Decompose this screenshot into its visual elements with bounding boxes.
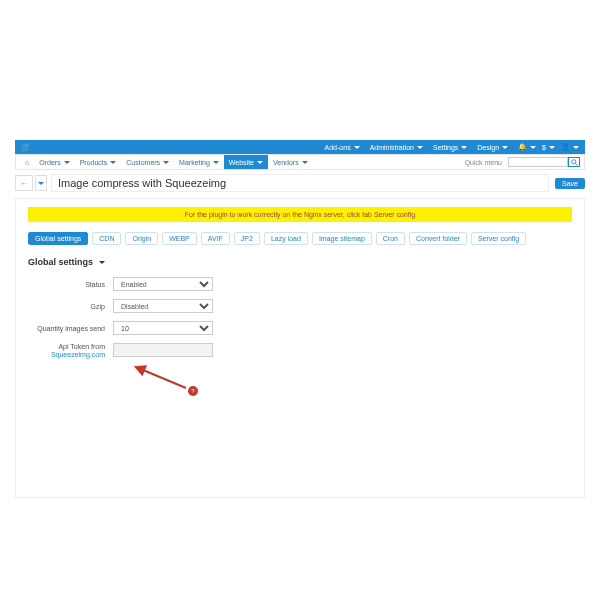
cart-icon[interactable]: 🛒 (21, 143, 31, 152)
tab-cron[interactable]: Cron (376, 232, 405, 245)
home-icon[interactable]: ⌂ (20, 159, 34, 166)
tab-server-config[interactable]: Server config (471, 232, 526, 245)
topnav-design[interactable]: Design (477, 144, 508, 151)
page-header: ← Image compress with Squeezeimg Save (15, 174, 585, 192)
back-dropdown[interactable] (35, 175, 47, 191)
chevron-down-icon (38, 182, 44, 185)
select-qty[interactable]: 10 (113, 321, 213, 335)
content-panel: For the plugin to work correctly on the … (15, 198, 585, 498)
page-title: Image compress with Squeezeimg (51, 174, 549, 192)
chevron-down-icon (354, 146, 360, 149)
chevron-down-icon (530, 146, 536, 149)
store-icon[interactable]: $ (542, 144, 555, 151)
nginx-alert: For the plugin to work correctly on the … (28, 207, 572, 222)
quick-menu-label[interactable]: Quick menu (465, 159, 502, 166)
tab-origin[interactable]: Origin (125, 232, 158, 245)
user-icon[interactable]: 👤 (561, 143, 579, 151)
tab-convert-folder[interactable]: Convert folder (409, 232, 467, 245)
svg-line-1 (575, 163, 577, 165)
annotation-badge: ? (188, 386, 198, 396)
select-status[interactable]: Enabled (113, 277, 213, 291)
tab-lazy-load[interactable]: Lazy load (264, 232, 308, 245)
nav-marketing[interactable]: Marketing (174, 159, 224, 166)
nav-customers[interactable]: Customers (121, 159, 174, 166)
row-qty: Quantity images send 10 (28, 321, 572, 335)
row-status: Status Enabled (28, 277, 572, 291)
label-qty: Quantity images send (28, 325, 113, 332)
chevron-down-icon (573, 146, 579, 149)
chevron-down-icon (549, 146, 555, 149)
input-api-token[interactable] (113, 343, 213, 357)
topnav-addons[interactable]: Add-ons (325, 144, 360, 151)
section-title[interactable]: Global settings (28, 257, 572, 267)
nav-website[interactable]: Website (224, 155, 268, 169)
label-status: Status (28, 281, 113, 288)
search-button[interactable] (568, 157, 580, 167)
nav-products[interactable]: Products (75, 159, 122, 166)
topbar: 🛒 Add-ons Administration Settings Design… (15, 140, 585, 154)
squeezeimg-link[interactable]: Squeezeimg.com (51, 351, 105, 358)
search-input[interactable] (508, 157, 568, 167)
label-gzip: Gzip (28, 303, 113, 310)
topnav-settings[interactable]: Settings (433, 144, 467, 151)
chevron-down-icon (461, 146, 467, 149)
tab-jp2[interactable]: JP2 (234, 232, 260, 245)
main-nav: ⌂ Orders Products Customers Marketing We… (15, 154, 585, 170)
nav-orders[interactable]: Orders (34, 159, 74, 166)
tab-webp[interactable]: WEBP (162, 232, 197, 245)
topnav-administration[interactable]: Administration (370, 144, 423, 151)
back-button[interactable]: ← (15, 175, 33, 191)
annotation-arrow: ? (128, 368, 572, 398)
save-button[interactable]: Save (555, 178, 585, 189)
chevron-down-icon (99, 261, 105, 264)
tabs: Global settings CDN Origin WEBP AVIF JP2… (28, 232, 572, 245)
label-api: Api Token from Squeezeimg.com (28, 343, 113, 360)
tab-avif[interactable]: AVIF (201, 232, 230, 245)
select-gzip[interactable]: Disabled (113, 299, 213, 313)
row-api-token: Api Token from Squeezeimg.com (28, 343, 572, 360)
nav-vendors[interactable]: Vendors (268, 159, 313, 166)
notifications-icon[interactable]: 🔔 (518, 143, 536, 151)
svg-line-2 (143, 370, 186, 388)
row-gzip: Gzip Disabled (28, 299, 572, 313)
chevron-down-icon (502, 146, 508, 149)
tab-image-sitemap[interactable]: Image sitemap (312, 232, 372, 245)
svg-point-0 (571, 159, 575, 163)
chevron-down-icon (417, 146, 423, 149)
tab-cdn[interactable]: CDN (92, 232, 121, 245)
tab-global-settings[interactable]: Global settings (28, 232, 88, 245)
